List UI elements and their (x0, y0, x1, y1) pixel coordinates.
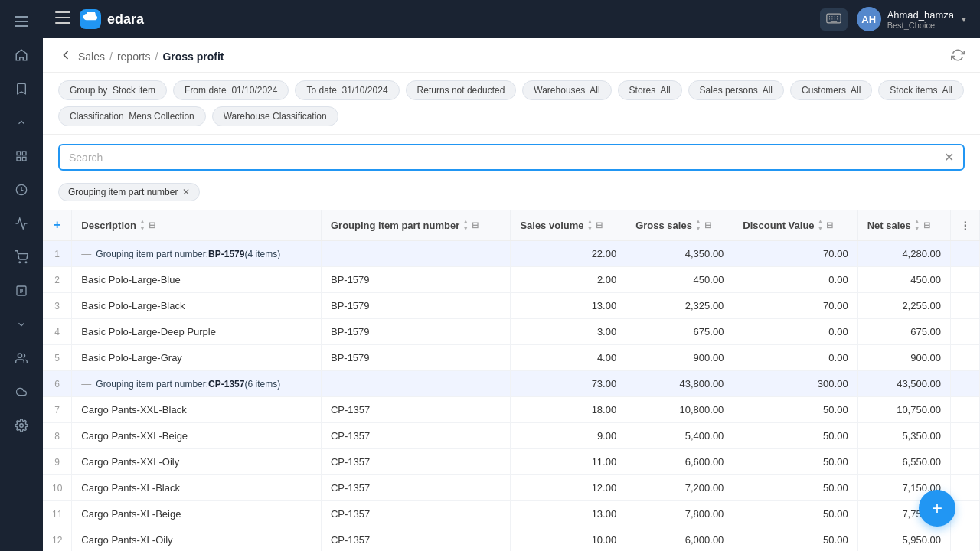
grouping-tag-remove[interactable]: ✕ (182, 187, 190, 197)
cell-sales-volume: 18.00 (511, 397, 626, 423)
sidebar-users[interactable] (6, 343, 37, 373)
table-row: 2Basic Polo-Large-BlueBP-15792.00450.000… (43, 267, 980, 293)
sidebar-bookmarks[interactable] (6, 73, 37, 104)
keyboard-icon[interactable] (820, 8, 848, 31)
cell-sales-volume: 4.00 (511, 345, 626, 371)
search-clear-button[interactable]: ✕ (944, 150, 954, 165)
cell-net-sales: 675.00 (858, 319, 950, 345)
refresh-button[interactable] (951, 48, 965, 65)
sidebar-finance[interactable] (6, 174, 37, 205)
svg-rect-14 (55, 17, 70, 18)
sort-grouping[interactable]: ▲▼ (462, 219, 469, 232)
filter-stores[interactable]: Stores All (618, 80, 682, 100)
cell-description: Cargo Pants-XXL-Beige (72, 423, 322, 449)
filter-from-date[interactable]: From date 01/10/2024 (173, 80, 289, 100)
add-column-button[interactable]: + (43, 210, 72, 240)
cell-gross-sales: 43,800.00 (626, 371, 733, 397)
cell-discount-value: 50.00 (733, 397, 858, 423)
cell-sales-volume: 12.00 (511, 475, 626, 501)
th-gross-sales: Gross sales ▲▼ ⊟ (626, 210, 733, 240)
row-number: 9 (43, 449, 72, 475)
filter-returns[interactable]: Returns not deducted (406, 80, 517, 100)
filter-description[interactable]: ⊟ (149, 220, 155, 230)
menu-icon[interactable] (55, 11, 70, 28)
filter-sales-volume[interactable]: ⊟ (596, 220, 603, 230)
filter-customers[interactable]: Customers All (790, 80, 872, 100)
sidebar-cloud[interactable] (6, 377, 37, 407)
search-bar: ✕ (58, 144, 965, 171)
cell-sales-volume: 2.00 (511, 267, 626, 293)
filter-discount-value[interactable]: ⊟ (826, 220, 833, 230)
column-options-icon[interactable]: ⋮ (960, 220, 970, 231)
table-row: 12Cargo Pants-XL-OilyCP-135710.006,000.0… (43, 527, 980, 552)
sidebar-reports[interactable] (6, 276, 37, 306)
filter-stock-items[interactable]: Stock items All (878, 80, 963, 100)
row-number: 2 (43, 267, 72, 293)
filter-sales-persons[interactable]: Sales persons All (688, 80, 784, 100)
tag-row: Grouping item part number ✕ (43, 180, 980, 210)
cell-discount-value: 50.00 (733, 501, 858, 527)
cell-gross-sales: 6,000.00 (626, 527, 733, 552)
sidebar-expand-down[interactable] (6, 309, 37, 340)
cell-sales-volume: 3.00 (511, 319, 626, 345)
cell-discount-value: 70.00 (733, 293, 858, 319)
sidebar-settings[interactable] (6, 410, 37, 441)
sidebar-hamburger[interactable] (6, 6, 37, 37)
filter-to-date[interactable]: To date 31/10/2024 (295, 80, 399, 100)
cell-grouping (321, 240, 510, 267)
breadcrumb-sales[interactable]: Sales (78, 51, 105, 63)
row-number: 3 (43, 293, 72, 319)
sort-description[interactable]: ▲▼ (139, 219, 145, 232)
th-grouping: Grouping item part number ▲▼ ⊟ (321, 210, 510, 240)
filter-gross-sales[interactable]: ⊟ (704, 220, 711, 230)
svg-rect-2 (15, 25, 28, 27)
sidebar-cart[interactable] (6, 242, 37, 272)
row-number: 6 (43, 371, 72, 397)
table-row: 11Cargo Pants-XL-BeigeCP-135713.007,800.… (43, 501, 980, 527)
filter-grouping[interactable]: ⊟ (472, 220, 479, 230)
cell-net-sales: 43,500.00 (858, 371, 950, 397)
back-button[interactable] (58, 47, 74, 66)
cell-discount-value: 50.00 (733, 449, 858, 475)
sort-net-sales[interactable]: ▲▼ (914, 219, 920, 232)
cell-discount-value: 0.00 (733, 267, 858, 293)
cell-description: Basic Polo-Large-Gray (72, 345, 322, 371)
user-menu[interactable]: AH Ahmad_hamza Best_Choice ▼ (857, 7, 968, 31)
filter-warehouse-classification[interactable]: Warehouse Classification (212, 106, 338, 126)
cell-net-sales: 900.00 (858, 345, 950, 371)
search-input[interactable] (69, 152, 938, 164)
sidebar-analytics[interactable] (6, 208, 37, 239)
cell-options (951, 319, 980, 345)
sort-gross-sales[interactable]: ▲▼ (695, 219, 701, 232)
cell-net-sales: 5,950.00 (858, 527, 950, 552)
sort-sales-volume[interactable]: ▲▼ (586, 219, 593, 232)
sidebar-grid[interactable] (6, 141, 37, 171)
cell-net-sales: 6,550.00 (858, 449, 950, 475)
table-row: 6—Grouping item part number:CP-1357(6 it… (43, 371, 980, 397)
cell-description: Basic Polo-Large-Blue (72, 267, 322, 293)
cell-options (951, 293, 980, 319)
cell-grouping: CP-1357 (321, 527, 510, 552)
svg-rect-13 (55, 11, 70, 13)
fab-add-button[interactable]: + (919, 490, 956, 527)
row-number: 12 (43, 527, 72, 552)
cell-description: Cargo Pants-XL-Black (72, 475, 322, 501)
cell-grouping: CP-1357 (321, 449, 510, 475)
filter-warehouses[interactable]: Warehouses All (522, 80, 611, 100)
breadcrumb-reports[interactable]: reports (117, 51, 151, 63)
svg-rect-15 (55, 22, 70, 24)
cell-options (951, 423, 980, 449)
cell-gross-sales: 4,350.00 (626, 240, 733, 267)
filter-classification[interactable]: Classification Mens Collection (58, 106, 206, 126)
row-number: 11 (43, 501, 72, 527)
svg-point-12 (20, 424, 24, 428)
cell-gross-sales: 5,400.00 (626, 423, 733, 449)
th-options: ⋮ (951, 210, 980, 240)
sort-discount-value[interactable]: ▲▼ (818, 219, 824, 232)
sidebar-collapse-up[interactable] (6, 107, 37, 138)
filter-group-by[interactable]: Group by Stock item (58, 80, 167, 100)
user-info: Ahmad_hamza Best_Choice (887, 9, 954, 30)
filter-net-sales[interactable]: ⊟ (923, 220, 930, 230)
sidebar-home[interactable] (6, 40, 37, 70)
cell-net-sales: 10,750.00 (858, 397, 950, 423)
